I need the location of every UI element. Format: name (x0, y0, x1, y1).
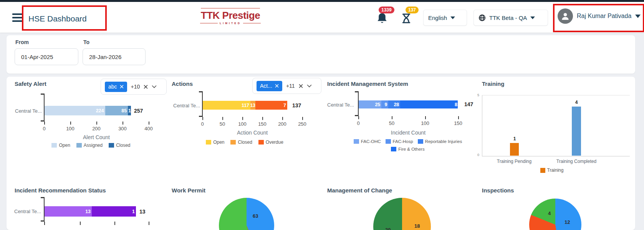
chevron-down-icon (450, 16, 455, 19)
x-tick-label: 50 (214, 121, 231, 127)
legend-label: Open (59, 143, 70, 148)
axis-tick (358, 116, 359, 119)
clear-filters-icon[interactable] (144, 85, 148, 89)
training-legend: Training (517, 168, 586, 173)
hourglass-badge: 137 (406, 7, 419, 13)
app-header: HSE Dashboard TTK Prestige LIMITED 1339 … (0, 2, 644, 33)
axis-tick (44, 222, 45, 225)
x-tick-label: 100 (234, 121, 251, 127)
x-tick-label: 300 (114, 126, 131, 131)
x-tick-label: 50 (383, 120, 400, 126)
legend-item[interactable]: Closed (109, 143, 130, 148)
ims-title: Incident Management System (327, 80, 408, 87)
legend-label: Overdue (266, 140, 283, 145)
training-x-label: Training Completed (548, 159, 605, 164)
to-date-input[interactable]: 28-Jan-2026 (83, 48, 146, 65)
legend-label: Open (213, 140, 224, 145)
legend-swatch (206, 140, 211, 145)
ims-x-axis-label: Incident Count (358, 130, 458, 136)
legend-swatch (354, 139, 359, 144)
legend-item[interactable]: Training (540, 168, 564, 173)
training-pending-value: 1 (508, 136, 521, 141)
legend-item[interactable]: Closed (230, 140, 252, 145)
actions-x-axis-label: Action Count (202, 130, 302, 136)
notifications-group: 1339 (375, 7, 398, 27)
legend-item[interactable]: Open (51, 143, 70, 148)
axis-tick (262, 117, 263, 120)
inspections-title: Inspections (482, 187, 514, 194)
axis-tick (458, 116, 459, 119)
legend-label: FAC-Hosp (393, 139, 413, 144)
actions-legend: Open Closed Overdue (187, 140, 302, 145)
ims-legend-row2: Fire & Others (337, 147, 479, 151)
pending-group: 137 (400, 7, 423, 27)
from-date-input[interactable]: 01-Apr-2025 (15, 48, 78, 65)
hse-dashboard-screen: { "header": { "title": "HSE Dashboard", … (0, 0, 644, 230)
legend-swatch (230, 140, 236, 145)
safety-alert-total: 257 (134, 108, 143, 114)
training-title: Training (482, 80, 504, 87)
irs-bar: 13 1 (45, 206, 136, 217)
date-filter-card: From 01-Apr-2025 To 28-Jan-2026 (7, 35, 635, 74)
org-select-value: TTK Beta - QA (489, 15, 527, 21)
actions-filter[interactable]: Act... +11 (252, 78, 321, 94)
training-completed-value: 4 (570, 100, 583, 105)
safety-alert-filter[interactable]: abc +10 (101, 79, 167, 95)
legend-item[interactable]: Assigned (76, 143, 103, 148)
hamburger-menu-icon[interactable] (12, 13, 22, 22)
pie-slice-label: 63 (253, 213, 258, 219)
bar-segment-fac-ohc: 25 (359, 100, 381, 108)
safety-alert-legend: Open Assigned Closed (30, 143, 152, 148)
language-select-value: English (428, 15, 447, 21)
filter-chip-label: abc (108, 84, 117, 90)
org-select[interactable]: TTK Beta - QA (473, 10, 548, 26)
legend-label: Closed (238, 140, 252, 145)
x-tick-label: 150 (450, 120, 467, 126)
ims-legend-row1: FAC-OHC FAC-Hosp Reportable Injuries (337, 139, 479, 144)
charts-card: Safety Alert abc +10 Central Te... 224 8… (7, 77, 635, 230)
filter-chip[interactable]: Act... (257, 81, 282, 91)
clear-filters-icon[interactable] (299, 84, 303, 88)
actions-title: Actions (172, 80, 193, 87)
legend-item[interactable]: Open (206, 140, 224, 145)
user-menu[interactable]: Raj Kumar Pativada (558, 8, 641, 24)
to-date-value: 28-Jan-2026 (89, 54, 121, 60)
training-pending-bar (510, 143, 519, 156)
safety-alert-x-axis-label: Alert Count (44, 134, 149, 140)
axis-tick (96, 122, 97, 125)
bar-segment-fac-hosp: 9 (381, 100, 388, 108)
page-title: HSE Dashboard (28, 14, 87, 23)
work-permit-pie (219, 198, 274, 230)
legend-label: Reportable Injuries (425, 139, 462, 144)
chip-close-icon[interactable] (120, 85, 124, 89)
chip-close-icon[interactable] (275, 84, 279, 88)
more-filters-count: +10 (131, 84, 140, 90)
chevron-down-icon[interactable] (152, 85, 157, 89)
x-tick-label: 400 (140, 126, 157, 131)
logo-subtext: LIMITED (220, 22, 241, 25)
legend-item[interactable]: FAC-Hosp (386, 139, 413, 144)
bar-segment-reportable: 28 (388, 100, 400, 108)
chevron-down-icon[interactable] (307, 84, 312, 88)
hourglass-icon[interactable] (401, 13, 412, 24)
legend-item[interactable]: FAC-OHC (354, 139, 381, 144)
work-permit-title: Work Permit (172, 187, 205, 194)
legend-swatch (51, 143, 57, 148)
irs-total: 13 (139, 209, 146, 215)
legend-item[interactable]: Overdue (258, 140, 283, 145)
bar-segment-2: 1 (92, 206, 136, 217)
actions-total: 137 (292, 102, 301, 108)
language-select[interactable]: English (423, 10, 467, 26)
legend-swatch (540, 168, 545, 173)
axis-tick (302, 117, 303, 120)
filter-chip-label: Act... (260, 83, 272, 89)
filter-chip[interactable]: abc (105, 82, 127, 92)
bell-icon[interactable] (376, 12, 388, 25)
x-tick-label: 250 (294, 121, 311, 127)
ims-bar: 25 9 28 8 (359, 100, 458, 108)
legend-item[interactable]: Fire & Others (391, 147, 424, 151)
legend-swatch (386, 139, 391, 144)
legend-item[interactable]: Reportable Injuries (418, 139, 462, 144)
axis-tick (80, 222, 81, 225)
axis-tick (392, 116, 392, 119)
